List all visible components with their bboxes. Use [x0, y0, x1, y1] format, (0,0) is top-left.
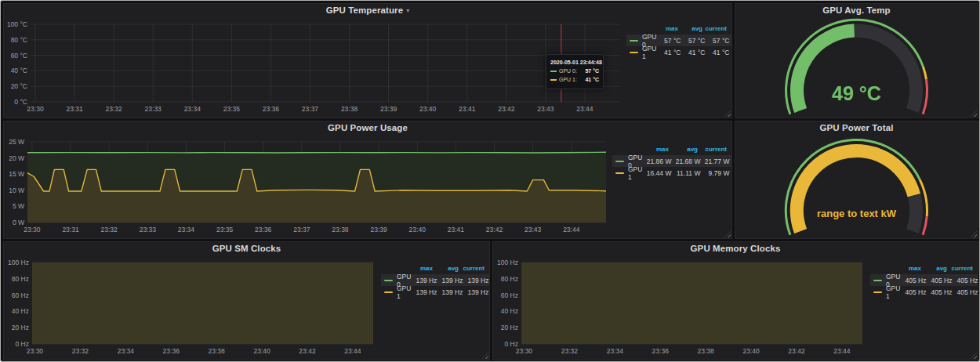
- y-axis-label: 100 Hz: [497, 259, 518, 266]
- legend-series-color-dash: [615, 161, 624, 162]
- chart-canvas[interactable]: 23:3023:3223:3423:3623:3823:4023:4223:44…: [493, 255, 870, 360]
- legend-header[interactable]: avg: [921, 265, 947, 272]
- legend-value: 139 Hz: [463, 288, 488, 296]
- gauge-threshold-arc: [923, 216, 927, 235]
- legend-value: 405 Hz: [952, 277, 978, 284]
- legend-value: 139 Hz: [437, 288, 463, 296]
- panel-header-gpu-power-usage[interactable]: GPU Power Usage: [4, 121, 731, 134]
- legend-value: 405 Hz: [900, 288, 926, 296]
- legend-header[interactable]: max: [407, 265, 433, 272]
- legend-series-color-dash: [630, 40, 638, 42]
- legend-value: 41 °C: [705, 49, 729, 56]
- x-axis-label: 23:41: [448, 226, 465, 233]
- x-axis-label: 23:30: [27, 347, 44, 355]
- legend-series-color-dash: [615, 172, 624, 174]
- legend-value: 21.86 W: [642, 157, 671, 165]
- panel-header-gpu-sm-clocks[interactable]: GPU SM Clocks: [4, 242, 489, 255]
- panel-gpu-power-total: GPU Power Total range to text kW: [735, 121, 978, 239]
- legend-value: 41 °C: [656, 49, 681, 56]
- x-axis-label: 23:30: [516, 347, 533, 355]
- legend-series-color-dash: [873, 291, 882, 293]
- legend-series-name[interactable]: GPU 1: [628, 165, 642, 181]
- panel-header-gpu-power-total[interactable]: GPU Power Total: [735, 121, 978, 134]
- chevron-down-icon[interactable]: ▾: [406, 7, 409, 14]
- x-axis-label: 23:32: [561, 347, 579, 355]
- legend-header[interactable]: avg: [433, 265, 459, 272]
- panel-header-gpu-avg-temp[interactable]: GPU Avg. Temp: [735, 4, 978, 16]
- legend-value: 21.68 W: [671, 157, 700, 165]
- x-axis-label: 23:38: [698, 347, 715, 355]
- legend-value: 41 °C: [681, 49, 705, 56]
- legend-header[interactable]: current: [459, 265, 485, 272]
- legend-series-name[interactable]: GPU 1: [397, 284, 411, 300]
- x-axis-label: 23:42: [486, 226, 503, 233]
- x-axis-label: 23:31: [66, 105, 83, 113]
- x-axis-label: 23:37: [293, 226, 310, 233]
- legend-value: 405 Hz: [926, 288, 952, 296]
- panel-title: GPU Temperature: [326, 5, 403, 15]
- panel-header-gpu-memory-clocks[interactable]: GPU Memory Clocks: [493, 242, 978, 255]
- legend-header[interactable]: avg: [678, 25, 702, 32]
- y-axis-label: 20 Hz: [12, 324, 29, 331]
- avg-temp-gauge: [735, 16, 978, 118]
- chart-canvas[interactable]: 23:3023:3123:3223:3323:3423:3523:3623:37…: [4, 134, 612, 238]
- x-axis-label: 23:42: [788, 347, 805, 355]
- x-axis-label: 23:44: [833, 347, 851, 355]
- legend-series-name[interactable]: GPU 1: [642, 45, 656, 60]
- tooltip-row: GPU 1:41 °C: [550, 75, 599, 84]
- tooltip-series-name: GPU 0:: [559, 67, 577, 75]
- legend-header[interactable]: avg: [669, 146, 698, 153]
- sm-clocks-legend: maxavgcurrentGPU 0139 Hz139 Hz139 HzGPU …: [381, 255, 489, 360]
- legend-value: 11.11 W: [671, 169, 700, 177]
- x-axis-label: 23:43: [524, 226, 542, 233]
- y-axis-label: 0 Hz: [505, 340, 518, 348]
- x-axis-label: 23:33: [145, 105, 162, 113]
- x-axis-label: 23:38: [332, 226, 349, 233]
- legend-series-color-dash: [384, 280, 393, 281]
- y-axis-label: 20 Hz: [501, 324, 518, 331]
- power-usage-chart[interactable]: 23:3023:3123:3223:3323:3423:3523:3623:37…: [4, 134, 612, 238]
- y-axis-label: 80 Hz: [12, 275, 29, 283]
- x-axis-label: 23:42: [498, 105, 515, 113]
- legend-value: 405 Hz: [926, 277, 952, 284]
- x-axis-label: 23:30: [27, 105, 44, 113]
- legend-value: 57 °C: [656, 37, 681, 45]
- chart-canvas[interactable]: 23:3023:3223:3423:3623:3823:4023:4223:44…: [4, 255, 381, 360]
- legend-value: 21.77 W: [700, 157, 729, 165]
- legend-row: GPU 141 °C41 °C41 °C: [626, 46, 731, 58]
- y-axis-label: 100 Hz: [8, 259, 29, 266]
- sm-clocks-chart[interactable]: 23:3023:3223:3423:3623:3823:4023:4223:44…: [4, 255, 381, 360]
- y-axis-label: 10 W: [9, 186, 24, 194]
- gauge-threshold-arc: [923, 67, 926, 80]
- chart-canvas[interactable]: 23:3023:3123:3223:3323:3423:3523:3623:37…: [4, 16, 626, 118]
- x-axis-label: 23:33: [140, 226, 157, 233]
- y-axis-label: 20 °C: [11, 82, 27, 90]
- gauge-threshold-arc: [923, 80, 927, 114]
- x-axis-label: 23:35: [216, 226, 234, 233]
- x-axis-label: 23:39: [380, 105, 397, 113]
- legend-header[interactable]: current: [947, 265, 973, 272]
- legend-value: 139 Hz: [411, 288, 437, 296]
- panel-gpu-memory-clocks: GPU Memory Clocks 23:3023:3223:3423:3623…: [492, 241, 978, 360]
- panel-header-gpu-temperature[interactable]: GPU Temperature ▾: [4, 4, 731, 16]
- legend-header[interactable]: max: [640, 146, 669, 153]
- memory-clocks-chart[interactable]: 23:3023:3223:3423:3623:3823:4023:4223:44…: [493, 255, 870, 360]
- x-axis-label: 23:38: [209, 347, 226, 355]
- panel-title: GPU SM Clocks: [212, 244, 281, 253]
- legend-series-color-dash: [630, 52, 638, 53]
- y-axis-label: 0 Hz: [16, 340, 29, 348]
- chart-tooltip: 2020-05-01 23:44:48 GPU 0:57 °CGPU 1:41 …: [546, 54, 604, 89]
- x-axis-label: 23:36: [163, 347, 180, 355]
- power-total-gauge: [735, 134, 978, 238]
- y-axis-label: 40 Hz: [501, 307, 518, 315]
- legend-value: 405 Hz: [952, 288, 978, 296]
- x-axis-label: 23:34: [184, 105, 201, 113]
- temperature-chart[interactable]: 23:3023:3123:3223:3323:3423:3523:3623:37…: [4, 16, 626, 118]
- legend-value: 139 Hz: [437, 277, 463, 284]
- legend-header[interactable]: current: [698, 146, 727, 153]
- panel-title: GPU Power Total: [820, 123, 894, 132]
- legend-series-name[interactable]: GPU 1: [886, 284, 900, 300]
- legend-header[interactable]: max: [654, 25, 678, 32]
- legend-header[interactable]: current: [702, 25, 727, 32]
- legend-header[interactable]: max: [895, 265, 921, 272]
